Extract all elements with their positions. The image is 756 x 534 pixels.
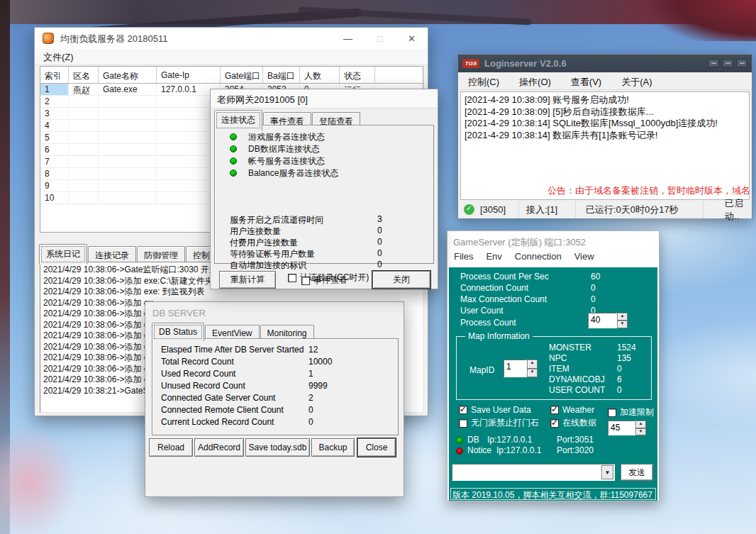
- maximize-button[interactable]: [722, 59, 733, 67]
- cell-gate-name: [99, 108, 157, 119]
- menu-env[interactable]: Env: [486, 249, 501, 262]
- stat-row: Current Locked Record Count 0: [161, 417, 395, 428]
- status-label: Balance服务器连接状态: [248, 167, 338, 179]
- db-status-dot: [456, 437, 463, 444]
- stat-value: 9999: [308, 381, 328, 391]
- stepper-arrows: ▲▼: [527, 360, 538, 377]
- gameserver-window-title[interactable]: GameServer (定制版) 端口:3052: [448, 231, 659, 249]
- stat-value: 0: [308, 405, 313, 415]
- event-view-checkbox[interactable]: 事件查看: [301, 274, 348, 287]
- menu-files[interactable]: Files: [454, 249, 473, 262]
- tab-system-log[interactable]: 系统日记: [39, 244, 87, 265]
- status-label: 帐号服务器连接状态: [248, 155, 325, 167]
- stat-value: 10000: [308, 357, 332, 367]
- menu-view[interactable]: View: [574, 249, 594, 262]
- maximize-button[interactable]: □: [364, 28, 396, 49]
- stat-label: Current Locked Record Count: [161, 417, 274, 427]
- stat-row: 自动增加连接的标识 0: [230, 260, 428, 271]
- wallpaper-branch: [298, 6, 532, 25]
- close-dialog-button[interactable]: 关闭: [372, 271, 430, 289]
- menu-file[interactable]: 文件(Z): [35, 49, 78, 64]
- tab-db-status[interactable]: DB Status: [152, 323, 204, 341]
- loginserver-titlebar[interactable]: TGS Loginserver V2.0.6: [458, 55, 752, 72]
- cell-index: 6: [40, 144, 69, 155]
- announcement-text: 公告：由于域名备案被注销，暂时临时版本，域名: [547, 184, 750, 197]
- menu-control[interactable]: 控制(C): [468, 72, 499, 89]
- mapid-label: MapID: [469, 365, 494, 375]
- gameserver-window: GameServer (定制版) 端口:3052 FilesEnvConnect…: [447, 230, 660, 501]
- statusbar-uptime-segment: 已运行:0天0时0分17秒: [576, 201, 704, 218]
- stat-label: Used Record Count: [161, 369, 235, 379]
- menu-view[interactable]: 查看(V): [571, 72, 601, 89]
- mapid-stepper[interactable]: 1 ▲▼: [504, 360, 538, 377]
- status-row: DB数据库连接状态: [215, 143, 428, 155]
- send-button[interactable]: 发送: [621, 464, 653, 481]
- process-count-stepper[interactable]: 40 ▲▼: [588, 313, 628, 328]
- minimize-button[interactable]: —: [332, 28, 364, 49]
- map-stat-label: MONSTER: [549, 343, 591, 352]
- gate-table-header-cell: Gate-Ip: [157, 67, 221, 83]
- stat-row: Total Record Count 10000: [161, 357, 395, 368]
- stat-value: 0: [377, 226, 382, 235]
- stat-label: Connected Gate Server Count: [161, 393, 275, 403]
- tab-connection-status[interactable]: 连接状态: [214, 110, 262, 130]
- cell-gate-name: [99, 120, 157, 131]
- weather-checkbox[interactable]: Weather: [550, 405, 594, 415]
- cell-zone: [69, 96, 99, 107]
- balancer-titlebar[interactable]: 均衡负载服务器 20180511 — □ ✕: [35, 28, 428, 49]
- gateway-titlebar[interactable]: 老师网关20191005 [0]: [211, 89, 438, 109]
- cell-gate-name: Gate.exe: [99, 84, 157, 95]
- desktop: 均衡负载服务器 20180511 — □ ✕ 文件(Z) 索引区名Gate名称G…: [0, 0, 756, 534]
- no-guild-checkbox[interactable]: 无门派禁止打门石: [459, 417, 539, 429]
- map-stat-row: NPC 135: [549, 353, 648, 365]
- green-status-dot: [230, 169, 237, 177]
- reload-button[interactable]: Reload: [149, 438, 193, 457]
- db-ip: Ip:127.0.0.1: [487, 435, 532, 445]
- stat-label: 付费用户连接数量: [230, 237, 298, 249]
- addrecord-button[interactable]: AddRecord: [194, 438, 244, 457]
- map-stat-label: USER COUNT: [549, 385, 605, 395]
- cell-gate-name: [99, 168, 157, 179]
- map-information-title: Map Information: [465, 331, 533, 341]
- stat-value: 0: [591, 283, 596, 293]
- db-port: Port:3051: [557, 435, 594, 445]
- gateway-window: 老师网关20191005 [0] 连接状态事件查看登陆查看 游戏服务器连接状态 …: [210, 89, 438, 289]
- down-arrow-icon: ▼: [617, 321, 628, 328]
- gate-table-header-cell: Ba端口: [263, 67, 300, 83]
- loginserver-window-title: Loginserver V2.0.6: [484, 58, 567, 69]
- cell-index: 10: [40, 192, 69, 204]
- online-data-stepper[interactable]: 45 ▲▼: [608, 421, 646, 435]
- menu-connection[interactable]: Connection: [515, 249, 562, 262]
- command-combobox[interactable]: ▼: [452, 464, 615, 481]
- close-button[interactable]: Close: [357, 438, 396, 457]
- stat-row: 付费用户连接数量 0: [230, 237, 428, 248]
- cell-gate-name: [99, 144, 157, 155]
- recalculate-button[interactable]: 重新计算: [219, 271, 276, 289]
- dbserver-window-title[interactable]: DB SERVER: [145, 302, 404, 318]
- notice-name: Notice: [467, 445, 491, 455]
- save-today-button[interactable]: Save today.sdb: [245, 438, 310, 457]
- cell-zone: [69, 180, 99, 191]
- close-button[interactable]: ✕: [396, 28, 428, 49]
- stat-row: 用户连接数量 0: [230, 226, 428, 237]
- map-stat-label: ITEM: [549, 364, 569, 374]
- menu-about[interactable]: 关于(A): [621, 72, 652, 89]
- online-data-checkbox[interactable]: 在线数据: [550, 417, 596, 429]
- minimize-button[interactable]: [708, 59, 719, 67]
- stat-label: Max Connection Count: [460, 294, 547, 304]
- speed-limit-checkbox[interactable]: 加速限制: [608, 406, 654, 418]
- menu-operate[interactable]: 操作(O): [519, 72, 551, 89]
- map-stat-label: NPC: [549, 353, 567, 363]
- cell-gate-name: [99, 180, 157, 191]
- backup-button[interactable]: Backup: [311, 438, 355, 457]
- cell-zone: [69, 120, 99, 131]
- log-line: [2021-4-29 10:38:09] [5]秒后自动连接数据库...: [465, 106, 745, 118]
- chevron-down-icon[interactable]: ▼: [601, 465, 613, 479]
- save-user-data-checkbox[interactable]: Save User Data: [459, 405, 531, 415]
- close-button[interactable]: [736, 59, 747, 67]
- cell-index: 5: [40, 132, 69, 143]
- map-stat-row: DYNAMICOBJ 6: [549, 374, 648, 386]
- stat-row: 等待验证帐号用户数量 0: [230, 248, 428, 260]
- stat-value: 1: [308, 369, 313, 379]
- map-stat-row: ITEM 0: [549, 364, 648, 375]
